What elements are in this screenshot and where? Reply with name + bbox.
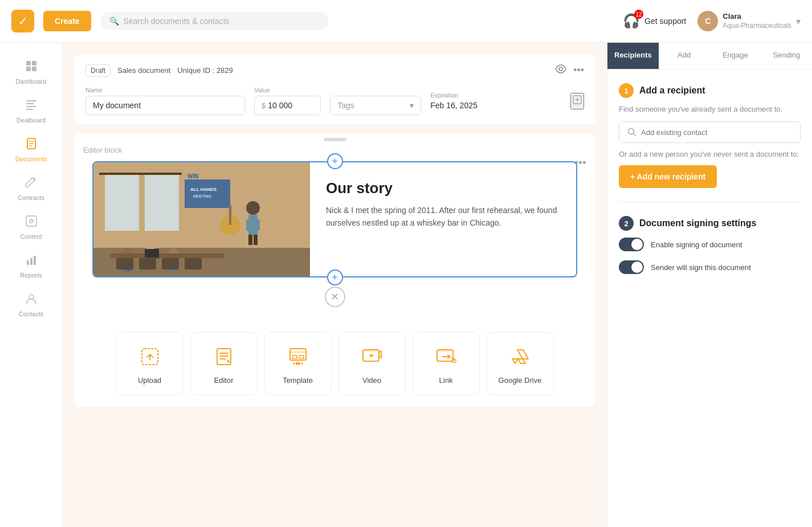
tags-select[interactable]: Tags ▾ [330,96,421,115]
enable-signing-toggle-row: Enable signing of document [619,238,801,251]
content-icon [25,215,38,231]
svg-text:MEETING: MEETING [193,194,211,198]
tags-field-group: Tags ▾ [330,87,421,115]
sidebar-item-label: Contacts [19,311,43,317]
svg-rect-51 [290,351,306,353]
app-logo: ✓ [11,10,34,32]
support-button[interactable]: 🎧 12 Get support [623,13,686,29]
tab-recipients[interactable]: Recipients [607,43,659,69]
document-meta: Draft Sales document Unique ID : 2829 ••… [85,63,584,77]
document-fields: Name Value $ Tags ▾ Expiration Feb 16, [85,87,584,115]
svg-rect-23 [185,179,230,208]
sidebar-item-label: Content [20,233,42,240]
svg-rect-44 [185,258,202,269]
top-navigation: ✓ Create 🔍 Search documents & contacts 🎧… [0,0,812,43]
scroll-handle [324,138,346,141]
sidebar-item-dealboard[interactable]: Dealboard [6,93,57,129]
svg-rect-0 [26,61,31,66]
block-type-template[interactable]: Template [264,332,332,395]
documents-icon [25,137,38,153]
add-recipient-desc: Find someone you've already sent a docum… [619,105,801,113]
sidebar-item-dashboard[interactable]: Dashboard [6,54,57,91]
user-menu[interactable]: C Clara Aqua-Pharmaceuticals ▾ [697,11,801,31]
close-overlay-button[interactable]: ✕ [325,287,345,307]
support-label: Get support [644,17,686,26]
main-content: Draft Sales document Unique ID : 2829 ••… [63,43,607,527]
svg-rect-28 [246,219,251,231]
sidebar-item-label: Reports [20,272,42,279]
sidebar-item-reports[interactable]: Reports [6,248,57,284]
user-company: Aqua-Pharmaceuticals [723,22,791,31]
svg-rect-20 [105,174,139,231]
value-label: Value [254,87,321,93]
search-recipient-icon [627,128,636,137]
block-type-google-drive-label: Google Drive [499,376,542,385]
svg-rect-46 [144,258,160,259]
sidebar-item-contacts[interactable]: Contacts [6,287,57,323]
tab-sending[interactable]: Sending [761,43,812,69]
svg-rect-30 [248,235,252,245]
tab-engage[interactable]: Engage [710,43,761,69]
sidebar-item-content[interactable]: Content [6,209,57,246]
document-actions: ••• [555,63,584,77]
document-unique-id: Unique ID : 2829 [177,66,233,75]
add-block-top-button[interactable]: + [327,153,343,169]
svg-rect-11 [27,260,29,265]
name-input[interactable] [85,96,245,115]
sidebar: Dashboard Dealboard Documents Contr [0,43,63,527]
block-type-editor-label: Editor [214,376,234,385]
tab-add[interactable]: Add [659,43,710,69]
enable-signing-toggle[interactable] [619,238,644,251]
content-block-wrapper: + [83,161,586,277]
value-input[interactable] [268,101,313,110]
tags-placeholder: Tags [337,101,354,110]
add-new-recipient-button[interactable]: + Add new recipient [619,165,717,188]
block-types-grid: Upload Editor [74,323,595,407]
svg-rect-31 [254,235,258,245]
create-button[interactable]: Create [43,11,91,31]
svg-point-10 [31,220,32,222]
more-options-button[interactable]: ••• [573,63,584,77]
expiration-field-group: Expiration Feb 16, 2025 [430,92,478,110]
svg-rect-3 [32,67,36,71]
sidebar-item-documents[interactable]: Documents [6,132,57,168]
search-bar[interactable]: 🔍 Search documents & contacts [100,12,328,30]
svg-rect-42 [139,258,156,269]
svg-rect-43 [162,258,179,269]
add-block-bottom-button[interactable]: + [327,269,343,285]
svg-rect-54 [296,362,300,365]
search-recipient-field[interactable] [619,121,801,143]
svg-rect-13 [34,256,36,265]
add-recipient-header: 1 Add a recipient [619,83,801,98]
svg-point-26 [246,201,260,215]
svg-rect-52 [292,356,297,358]
panel-tabs: Recipients Add Engage Sending [607,43,812,70]
tags-chevron-icon: ▾ [410,101,414,110]
contracts-icon [25,176,38,192]
value-field-group: Value $ [254,87,321,115]
block-type-editor[interactable]: Editor [190,332,258,395]
block-type-link-label: Link [439,376,453,385]
sidebar-item-label: Documents [15,156,47,162]
sender-sign-toggle[interactable] [619,260,644,274]
expiration-label: Expiration [430,92,478,99]
avatar: C [697,11,718,31]
block-type-video[interactable]: Video [338,332,406,395]
svg-point-15 [559,67,562,71]
editor-block-label: Editor block [83,146,122,154]
svg-marker-57 [370,354,374,357]
block-type-google-drive[interactable]: Google Drive [487,332,554,395]
enable-signing-label: Enable signing of document [651,240,742,249]
block-type-link[interactable]: Link [413,332,480,395]
right-panel: Recipients Add Engage Sending 1 Add a re… [607,43,812,527]
edit-button[interactable] [570,93,584,109]
sender-sign-toggle-row: Sender will sign this document [619,260,801,274]
svg-rect-59 [437,350,453,352]
preview-button[interactable] [555,63,566,77]
upload-icon [140,346,160,369]
svg-rect-22 [99,173,182,175]
sidebar-item-contracts[interactable]: Contracts [6,170,57,207]
panel-content: 1 Add a recipient Find someone you've al… [607,70,812,297]
add-existing-contact-input[interactable] [641,128,792,137]
block-type-upload[interactable]: Upload [116,332,183,395]
